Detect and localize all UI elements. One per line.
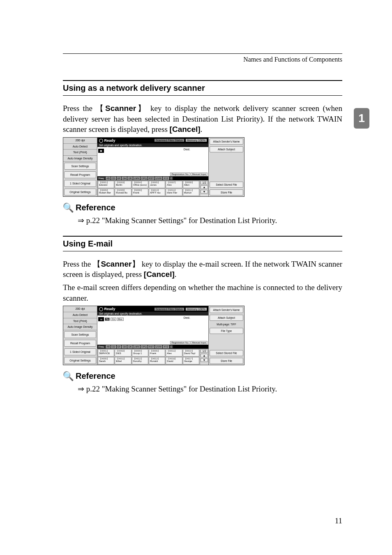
tab-ef[interactable]: EF xyxy=(117,345,122,348)
addr-cell[interactable]: 【02011】Morton xyxy=(183,189,199,196)
cancel-label: [Cancel] xyxy=(170,125,201,134)
addr-cell[interactable]: 【00005】Jones xyxy=(149,181,165,188)
panel-right-column: Attach Sender's Name Attach Subject Sele… xyxy=(208,138,244,196)
reference-body: p.22 "Making Scanner Settings" for Desti… xyxy=(84,385,277,393)
page-up-button[interactable]: ▲ xyxy=(201,354,208,357)
tab-ef[interactable]: EF xyxy=(117,177,122,180)
tab-freq[interactable]: Freq. xyxy=(98,345,105,348)
select-stored-file-button[interactable]: Select Stored File xyxy=(210,350,243,356)
recall-program-button[interactable]: Recall Program xyxy=(64,171,96,178)
store-file-button[interactable]: Store File xyxy=(210,189,243,196)
tab-opq[interactable]: OPQ xyxy=(141,177,148,180)
registration-no-button[interactable]: Registration No. xyxy=(170,341,190,344)
tab-gh[interactable]: GH xyxy=(122,345,127,348)
tab-xyz[interactable]: XYZ xyxy=(163,345,169,348)
addr-cell[interactable]: 【00007】Alex xyxy=(166,181,182,188)
scan-settings-button[interactable]: Scan Settings xyxy=(64,163,96,170)
tab-uvw[interactable]: UVW xyxy=(155,345,162,348)
addr-cell[interactable]: 【04012】Dorothy xyxy=(132,357,148,364)
addr-cell[interactable]: 【00008】Allen xyxy=(183,181,199,188)
reference-heading: 🔎 Reference xyxy=(63,203,342,213)
attach-sender-button[interactable]: Attach Sender's Name xyxy=(210,138,243,145)
addr-cell[interactable]: 【02013】APFT reo xyxy=(149,189,165,196)
tab-switch-icon[interactable]: ⎙ xyxy=(170,345,173,348)
detect-label: Auto Detect xyxy=(63,312,97,318)
addr-cell[interactable]: 【00006】Frank xyxy=(149,349,165,357)
tab-freq[interactable]: Freq. xyxy=(98,177,105,180)
addr-cell[interactable]: 【04011】Ethel xyxy=(115,357,131,364)
address-grid: 【00001】Edward 【00003】Berlin 【00004】Offic… xyxy=(97,180,200,196)
file-type-button[interactable]: File Type xyxy=(210,328,243,334)
tab-cd[interactable]: CD xyxy=(111,345,116,348)
tab-ab[interactable]: AB xyxy=(106,345,111,348)
tab-ijk[interactable]: IJK xyxy=(127,177,133,180)
addr-cell[interactable]: 【00001】SERVICE xyxy=(98,349,114,357)
scan-settings-button[interactable]: Scan Settings xyxy=(64,331,96,338)
addr-cell[interactable]: 【00005】Group 1 xyxy=(132,349,148,357)
attach-sender-button[interactable]: Attach Sender's Name xyxy=(210,307,243,313)
tab-rst[interactable]: RST xyxy=(148,345,154,348)
scanned-files-status[interactable]: Scanned Files Status xyxy=(154,308,184,311)
memory-indicator: Memory 100% xyxy=(186,308,207,311)
ready-indicator: ◯ Ready xyxy=(99,138,115,143)
mail-icon: ✉ xyxy=(98,317,104,321)
store-file-button[interactable]: Store File xyxy=(210,358,243,364)
tab-ab[interactable]: AB xyxy=(106,177,111,180)
addr-cell[interactable]: 【02008】Frank xyxy=(132,189,148,196)
page-down-button[interactable]: ▼ xyxy=(201,358,208,362)
tab-xyz[interactable]: XYZ xyxy=(163,177,169,180)
recall-program-button[interactable]: Recall Program xyxy=(64,340,96,347)
to-button[interactable]: To xyxy=(105,318,110,321)
scanned-files-status[interactable]: Scanned Files Status xyxy=(154,139,184,142)
select-stored-file-button[interactable]: Select Stored File xyxy=(210,182,243,188)
cc-button[interactable]: Cc xyxy=(111,318,116,321)
tab-gh[interactable]: GH xyxy=(122,177,127,180)
addr-cell[interactable]: 【00003】Berlin xyxy=(115,181,131,188)
addr-cell[interactable]: 【04017】George xyxy=(183,357,199,364)
tab-rst[interactable]: RST xyxy=(148,177,154,180)
addr-cell[interactable]: 【00002】DES xyxy=(115,349,131,357)
reference-label: Reference xyxy=(76,203,115,212)
addr-cell[interactable]: 【04016】David xyxy=(166,357,182,364)
delivery-scanner-panel: 200 dpi Auto Detect Text (Print) Auto Im… xyxy=(63,137,244,197)
addr-cell[interactable]: 【00009】Robert Ber xyxy=(98,189,114,196)
tab-lmn[interactable]: LMN xyxy=(133,345,140,348)
reference-block: 🔎 Reference ⇒ p.22 "Making Scanner Setti… xyxy=(63,371,342,394)
manual-input-button[interactable]: Manual Input xyxy=(191,341,208,344)
tab-ijk[interactable]: IJK xyxy=(127,345,133,348)
addr-cell[interactable]: 【04006】Sarah xyxy=(98,357,114,364)
destination-icon: ▣ xyxy=(98,149,104,153)
original-settings-button[interactable]: Original Settings xyxy=(64,357,96,364)
addr-cell[interactable]: 【02005】Ronald Bu xyxy=(115,189,131,196)
reference-label: Reference xyxy=(76,371,115,381)
attach-subject-button[interactable]: Attach Subject xyxy=(210,315,243,321)
original-settings-button[interactable]: Original Settings xyxy=(64,189,96,196)
manual-input-button[interactable]: Manual Input xyxy=(191,173,208,176)
email-paragraph-1: Press the Scanner key to display the e-m… xyxy=(63,259,342,280)
attach-subject-button[interactable]: Attach Subject xyxy=(210,146,243,152)
addr-cell[interactable]: 【00004】Office (euro) xyxy=(132,181,148,188)
bcc-button[interactable]: Bcc xyxy=(117,318,124,321)
one-sided-button[interactable]: 1 Sided Original xyxy=(64,348,96,355)
addr-cell[interactable]: 【00015】David Tayl xyxy=(183,349,199,357)
addr-cell[interactable]: 【00001】Edward xyxy=(98,181,114,188)
instruction-bar: Set originals and specify destination. xyxy=(97,312,208,315)
magnifier-icon: 🔎 xyxy=(63,371,74,382)
scanner-keycap: Scanner xyxy=(96,104,147,113)
one-sided-button[interactable]: 1 Sided Original xyxy=(64,180,96,187)
addr-cell[interactable]: 【00011】Alex xyxy=(166,349,182,357)
page-down-button[interactable]: ▼ xyxy=(201,190,208,193)
addr-cell[interactable]: 【02011】Here Fier xyxy=(166,189,182,196)
tab-lmn[interactable]: LMN xyxy=(133,177,140,180)
tab-opq[interactable]: OPQ xyxy=(141,345,148,348)
registration-no-button[interactable]: Registration No. xyxy=(170,173,190,176)
addr-cell[interactable]: 【04013】Ronald xyxy=(149,357,165,364)
tab-uvw[interactable]: UVW xyxy=(155,177,162,180)
section-title-email: Using E-mail xyxy=(63,237,342,251)
cancel-label: [Cancel] xyxy=(144,270,175,279)
tab-switch-icon[interactable]: ⎙ xyxy=(170,177,173,180)
density-label: Auto Image Density xyxy=(63,324,97,330)
tab-cd[interactable]: CD xyxy=(111,177,116,180)
page-up-button[interactable]: ▲ xyxy=(201,185,208,189)
arrow-icon: ⇒ xyxy=(78,385,84,393)
